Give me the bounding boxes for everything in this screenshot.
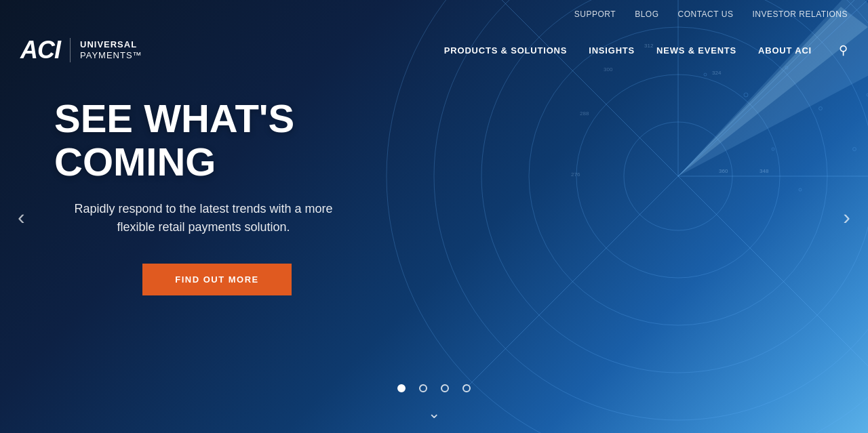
- hero-subtitle: Rapidly respond to the latest trends wit…: [54, 200, 353, 236]
- contact-link[interactable]: CONTACT US: [678, 9, 734, 19]
- svg-point-1: [576, 75, 780, 278]
- blog-link[interactable]: BLOG: [635, 9, 658, 19]
- slide-dot-4[interactable]: [462, 384, 471, 392]
- next-arrow[interactable]: ›: [836, 197, 857, 236]
- logo-divider: [70, 38, 71, 62]
- support-link[interactable]: SUPPORT: [574, 9, 616, 19]
- svg-point-19: [853, 148, 856, 151]
- svg-point-2: [529, 27, 827, 325]
- svg-point-16: [772, 148, 774, 150]
- svg-point-13: [744, 93, 748, 97]
- investor-relations-link[interactable]: INVESTOR RELATIONS: [752, 9, 848, 19]
- svg-text:360: 360: [719, 168, 728, 174]
- svg-line-10: [468, 176, 678, 386]
- find-out-more-button[interactable]: FIND OUT MORE: [142, 264, 292, 295]
- logo-payments: PAYMENTS™: [80, 50, 142, 61]
- scroll-down-arrow[interactable]: ⌄: [428, 405, 440, 422]
- logo-aci-text: ACI: [20, 38, 60, 62]
- search-icon[interactable]: ⚲: [839, 43, 848, 58]
- slide-dot-3[interactable]: [441, 384, 449, 392]
- slide-dot-1[interactable]: [397, 384, 406, 392]
- top-nav: SUPPORT BLOG CONTACT US INVESTOR RELATIO…: [554, 0, 868, 28]
- logo[interactable]: ACI UNIVERSAL PAYMENTS™: [20, 38, 142, 62]
- news-events-link[interactable]: NEWS & EVENTS: [656, 45, 736, 56]
- main-nav: ACI UNIVERSAL PAYMENTS™ PRODUCTS & SOLUT…: [0, 28, 868, 72]
- svg-text:348: 348: [760, 168, 769, 174]
- hero-section: 360 348 324 312 300 288 276 SUPPORT BLOG…: [0, 0, 868, 433]
- main-nav-links: PRODUCTS & SOLUTIONS INSIGHTS NEWS & EVE…: [444, 43, 848, 58]
- svg-point-17: [704, 73, 707, 76]
- slide-dot-2[interactable]: [419, 384, 427, 392]
- insights-link[interactable]: INSIGHTS: [589, 45, 635, 56]
- logo-text: UNIVERSAL PAYMENTS™: [80, 39, 142, 60]
- svg-text:276: 276: [571, 171, 580, 178]
- logo-universal: UNIVERSAL: [80, 39, 142, 50]
- svg-point-15: [819, 107, 823, 110]
- slide-indicators: [397, 384, 471, 392]
- svg-point-18: [799, 188, 802, 191]
- products-solutions-link[interactable]: PRODUCTS & SOLUTIONS: [444, 45, 567, 56]
- prev-arrow[interactable]: ‹: [11, 197, 32, 236]
- about-aci-link[interactable]: ABOUT ACI: [758, 45, 812, 56]
- svg-point-0: [624, 122, 732, 230]
- svg-text:288: 288: [580, 110, 589, 117]
- hero-title: SEE WHAT'S COMING: [54, 97, 380, 184]
